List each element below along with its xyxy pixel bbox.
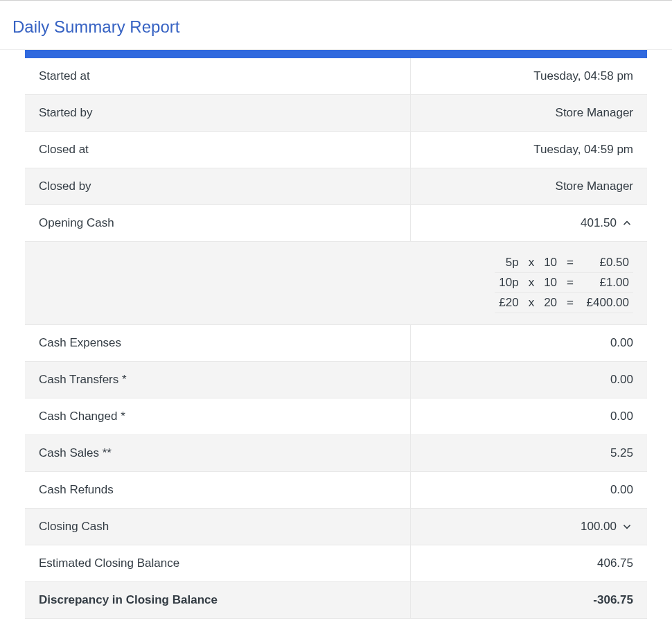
row-cash-transfers: Cash Transfers * 0.00 [25, 362, 647, 398]
breakdown-op-x: x [523, 273, 540, 293]
value-started-by: Store Manager [411, 95, 647, 132]
row-closed-by: Closed by Store Manager [25, 168, 647, 205]
opening-cash-breakdown-table: 5p x 10 = £0.50 10p x 10 = £1.00 [495, 253, 633, 313]
value-closed-at: Tuesday, 04:59 pm [411, 132, 647, 168]
label-cash-transfers: Cash Transfers * [25, 362, 411, 398]
label-cash-expenses: Cash Expenses [25, 325, 411, 362]
value-opening-cash[interactable]: 401.50 [411, 205, 647, 242]
report-body: Started at Tuesday, 04:58 pm Started by … [0, 50, 672, 619]
value-estimated-closing: 406.75 [411, 545, 647, 582]
row-discrepancy: Discrepancy in Closing Balance -306.75 [25, 582, 647, 619]
report-container: Daily Summary Report Started at Tuesday,… [0, 0, 672, 619]
breakdown-op-eq: = [561, 253, 579, 273]
breakdown-op-x: x [523, 293, 540, 313]
label-started-by: Started by [25, 95, 411, 132]
row-estimated-closing-balance: Estimated Closing Balance 406.75 [25, 545, 647, 582]
breakdown-amount: £1.00 [579, 273, 633, 293]
value-closing-cash[interactable]: 100.00 [411, 509, 647, 545]
breakdown-amount: £0.50 [579, 253, 633, 273]
label-cash-changed: Cash Changed * [25, 398, 411, 435]
label-closing-cash: Closing Cash [25, 509, 411, 545]
breakdown-row: £20 x 20 = £400.00 [495, 293, 633, 313]
value-started-at: Tuesday, 04:58 pm [411, 58, 647, 95]
breakdown-denom: 5p [495, 253, 522, 273]
row-cash-sales: Cash Sales ** 5.25 [25, 435, 647, 472]
label-opening-cash: Opening Cash [25, 205, 411, 242]
breakdown-row: 10p x 10 = £1.00 [495, 273, 633, 293]
label-closed-at: Closed at [25, 132, 411, 168]
summary-table: Started at Tuesday, 04:58 pm Started by … [25, 58, 647, 619]
row-opening-cash[interactable]: Opening Cash 401.50 [25, 205, 647, 242]
breakdown-qty: 10 [540, 273, 561, 293]
value-closing-cash-text: 100.00 [581, 520, 617, 534]
label-closed-by: Closed by [25, 168, 411, 205]
value-opening-cash-text: 401.50 [581, 216, 617, 230]
label-cash-refunds: Cash Refunds [25, 472, 411, 509]
breakdown-denom: £20 [495, 293, 522, 313]
breakdown-qty: 10 [540, 253, 561, 273]
row-opening-cash-breakdown: 5p x 10 = £0.50 10p x 10 = £1.00 [25, 242, 647, 325]
breakdown-row: 5p x 10 = £0.50 [495, 253, 633, 273]
value-discrepancy: -306.75 [411, 582, 647, 619]
breakdown-denom: 10p [495, 273, 522, 293]
header-bar [25, 50, 647, 58]
label-cash-sales: Cash Sales ** [25, 435, 411, 472]
value-cash-refunds: 0.00 [411, 472, 647, 509]
chevron-up-icon[interactable] [621, 217, 633, 229]
chevron-down-icon[interactable] [621, 520, 633, 533]
breakdown-op-eq: = [561, 293, 579, 313]
breakdown-op-eq: = [561, 273, 579, 293]
row-started-at: Started at Tuesday, 04:58 pm [25, 58, 647, 95]
value-cash-sales: 5.25 [411, 435, 647, 472]
row-cash-refunds: Cash Refunds 0.00 [25, 472, 647, 509]
breakdown-amount: £400.00 [579, 293, 633, 313]
label-discrepancy: Discrepancy in Closing Balance [25, 582, 411, 619]
label-estimated-closing: Estimated Closing Balance [25, 545, 411, 582]
page-title: Daily Summary Report [0, 1, 672, 50]
label-started-at: Started at [25, 58, 411, 95]
breakdown-qty: 20 [540, 293, 561, 313]
value-cash-expenses: 0.00 [411, 325, 647, 362]
row-closing-cash[interactable]: Closing Cash 100.00 [25, 509, 647, 545]
value-closed-by: Store Manager [411, 168, 647, 205]
value-cash-transfers: 0.00 [411, 362, 647, 398]
value-cash-changed: 0.00 [411, 398, 647, 435]
row-started-by: Started by Store Manager [25, 95, 647, 132]
row-cash-changed: Cash Changed * 0.00 [25, 398, 647, 435]
row-closed-at: Closed at Tuesday, 04:59 pm [25, 132, 647, 168]
row-cash-expenses: Cash Expenses 0.00 [25, 325, 647, 362]
breakdown-op-x: x [523, 253, 540, 273]
